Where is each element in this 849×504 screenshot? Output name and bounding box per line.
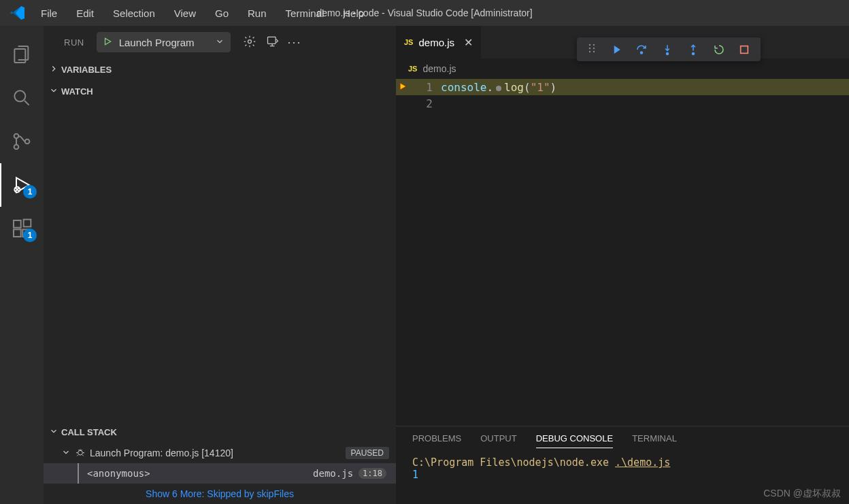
- activity-extensions[interactable]: 1: [0, 207, 44, 250]
- frame-name: <anonymous>: [87, 468, 150, 479]
- chevron-down-icon: [215, 37, 224, 48]
- panel-tab-terminal[interactable]: TERMINAL: [632, 433, 677, 448]
- more-icon[interactable]: ···: [288, 35, 302, 50]
- code-editor[interactable]: 1 console.log("1") 2: [396, 79, 849, 426]
- intellisense-dot-icon: [496, 86, 501, 91]
- panel-tabs: PROBLEMS OUTPUT DEBUG CONSOLE TERMINAL: [396, 426, 849, 452]
- debug-toolbar[interactable]: [577, 37, 761, 61]
- tab-filename: demo.js: [418, 37, 454, 48]
- step-into-button[interactable]: [661, 44, 673, 56]
- svg-point-2: [14, 145, 19, 150]
- show-more-frames[interactable]: Show 6 More: Skipped by skipFiles: [44, 484, 396, 504]
- svg-rect-21: [741, 46, 748, 53]
- activity-bar: 1 1: [0, 26, 44, 504]
- chevron-right-icon: [49, 64, 59, 75]
- section-variables[interactable]: VARIABLES: [44, 58, 396, 80]
- stop-button[interactable]: [739, 44, 750, 55]
- panel-tab-debug-console[interactable]: DEBUG CONSOLE: [536, 433, 613, 448]
- line-number: 2: [414, 97, 441, 110]
- callstack-program[interactable]: Launch Program: demo.js [14120] PAUSED: [44, 443, 396, 463]
- extensions-badge: 1: [23, 229, 37, 242]
- activity-search[interactable]: [0, 76, 44, 120]
- svg-point-18: [641, 52, 643, 54]
- frame-indicator: [78, 463, 79, 484]
- section-watch[interactable]: WATCH: [44, 80, 396, 102]
- stack-frame[interactable]: <anonymous> demo.js 1:18: [44, 463, 396, 484]
- drag-handle-icon[interactable]: [588, 43, 596, 56]
- svg-point-9: [248, 39, 251, 43]
- paused-badge: PAUSED: [346, 447, 389, 459]
- js-icon: JS: [408, 65, 417, 73]
- run-header: RUN Launch Program ···: [44, 26, 396, 58]
- menu-file[interactable]: File: [33, 3, 65, 23]
- menu-selection[interactable]: Selection: [105, 3, 163, 23]
- code-line-1[interactable]: 1 console.log("1"): [396, 79, 849, 95]
- svg-point-1: [14, 134, 19, 139]
- activity-explorer[interactable]: [0, 33, 44, 76]
- titlebar: File Edit Selection View Go Run Terminal…: [0, 0, 849, 26]
- vscode-icon: [10, 5, 26, 21]
- editor-area: JS demo.js ✕ JS demo.js 1 console.log("1…: [396, 26, 849, 504]
- svg-point-0: [14, 90, 25, 101]
- svg-point-20: [693, 52, 695, 54]
- launch-config-select[interactable]: Launch Program: [97, 32, 231, 52]
- chevron-down-icon: [49, 86, 59, 97]
- config-name: Launch Program: [119, 37, 195, 48]
- gear-icon[interactable]: [243, 35, 256, 50]
- chevron-down-icon: [61, 448, 71, 459]
- debug-console-icon[interactable]: [266, 35, 280, 50]
- restart-button[interactable]: [713, 44, 725, 56]
- close-icon[interactable]: ✕: [464, 36, 473, 49]
- editor-tab[interactable]: JS demo.js ✕: [396, 26, 482, 58]
- step-over-button[interactable]: [635, 44, 648, 56]
- breadcrumb[interactable]: JS demo.js: [396, 58, 849, 79]
- current-line-icon: [399, 81, 408, 94]
- menu-go[interactable]: Go: [207, 3, 237, 23]
- svg-point-15: [593, 48, 595, 49]
- panel-tab-output[interactable]: OUTPUT: [480, 433, 516, 448]
- js-icon: JS: [404, 38, 413, 46]
- frame-position: 1:18: [359, 468, 386, 479]
- watermark: CSDN @虚坏叔叔: [763, 488, 841, 500]
- debug-badge: 1: [23, 185, 37, 199]
- svg-point-13: [593, 44, 595, 46]
- step-out-button[interactable]: [687, 44, 699, 56]
- svg-point-16: [589, 51, 590, 52]
- variables-label: VARIABLES: [61, 65, 112, 75]
- svg-rect-6: [14, 229, 21, 237]
- menu-edit[interactable]: Edit: [68, 3, 102, 23]
- continue-button[interactable]: [610, 44, 622, 56]
- menu-view[interactable]: View: [166, 3, 204, 23]
- play-icon: [103, 37, 112, 48]
- menu-run[interactable]: Run: [239, 3, 275, 23]
- run-title: RUN: [64, 37, 84, 48]
- bug-icon: [75, 447, 86, 460]
- svg-rect-8: [24, 220, 31, 227]
- svg-rect-10: [267, 37, 276, 44]
- svg-point-11: [78, 450, 83, 455]
- frame-file: demo.js: [313, 468, 353, 479]
- panel-tab-problems[interactable]: PROBLEMS: [412, 433, 461, 448]
- line-number: 1: [414, 81, 441, 94]
- svg-point-17: [593, 51, 595, 52]
- window-title: demo.js - code - Visual Studio Code [Adm…: [316, 7, 532, 18]
- section-callstack[interactable]: CALL STACK: [44, 421, 396, 443]
- code-content: console.log("1"): [441, 81, 556, 94]
- console-value: 1: [412, 469, 833, 481]
- watch-label: WATCH: [61, 86, 93, 97]
- svg-point-3: [25, 139, 30, 144]
- activity-scm[interactable]: [0, 120, 44, 163]
- code-line-2[interactable]: 2: [396, 95, 849, 112]
- watch-body: [44, 102, 396, 421]
- program-label: Launch Program: demo.js [14120]: [90, 448, 233, 458]
- chevron-down-icon: [49, 426, 59, 438]
- svg-point-19: [667, 52, 669, 54]
- activity-debug[interactable]: 1: [0, 163, 44, 207]
- breadcrumb-file: demo.js: [422, 63, 456, 74]
- svg-rect-5: [14, 220, 21, 228]
- svg-point-14: [589, 48, 590, 49]
- svg-point-12: [589, 44, 590, 46]
- console-line: C:\Program Files\nodejs\node.exe .\demo.…: [412, 456, 833, 469]
- callstack-label: CALL STACK: [61, 427, 117, 437]
- run-sidebar: RUN Launch Program ···: [44, 26, 396, 504]
